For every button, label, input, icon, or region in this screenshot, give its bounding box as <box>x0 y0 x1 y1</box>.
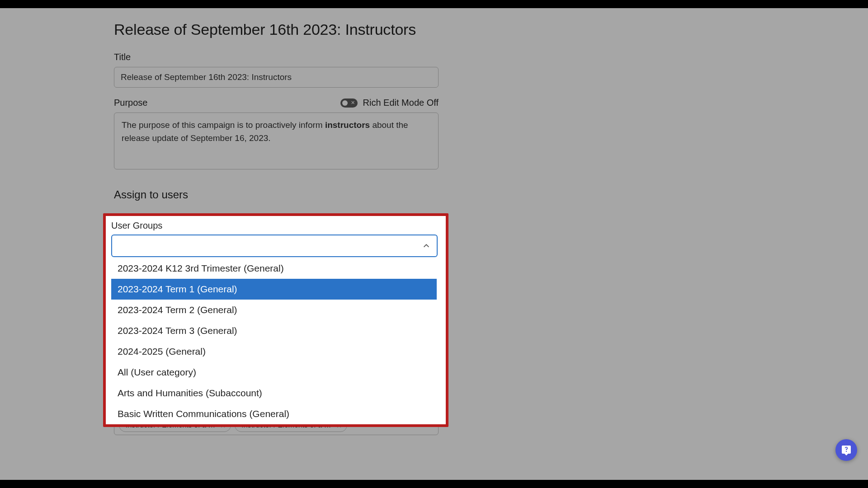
user-group-option[interactable]: All (User category) <box>111 362 437 383</box>
user-group-option[interactable]: 2023-2024 Term 3 (General) <box>111 320 437 341</box>
user-group-option[interactable]: 2023-2024 Term 1 (General) <box>111 279 437 300</box>
rich-edit-label: Rich Edit Mode Off <box>363 98 439 108</box>
title-input[interactable] <box>114 67 439 88</box>
user-groups-options: 2023-2024 K12 3rd Trimester (General) 20… <box>111 258 437 424</box>
user-group-option[interactable]: 2024-2025 (General) <box>111 341 437 362</box>
purpose-text-prefix: The purpose of this campaign is to proac… <box>122 120 325 130</box>
rich-edit-toggle[interactable]: ✕ <box>340 99 358 108</box>
purpose-label: Purpose <box>114 98 148 108</box>
user-groups-panel: User Groups 2023-2024 K12 3rd Trimester … <box>103 213 448 427</box>
page-title: Release of September 16th 2023: Instruct… <box>114 21 439 38</box>
user-group-option[interactable]: Arts and Humanities (Subaccount) <box>111 383 437 404</box>
user-group-option[interactable]: 2023-2024 K12 3rd Trimester (General) <box>111 258 437 279</box>
user-groups-label: User Groups <box>111 221 440 231</box>
title-label: Title <box>114 52 439 62</box>
purpose-textarea[interactable]: The purpose of this campaign is to proac… <box>114 113 439 169</box>
purpose-text-bold: instructors <box>325 120 370 130</box>
user-groups-input[interactable] <box>111 235 438 257</box>
assign-heading: Assign to users <box>114 188 439 201</box>
user-group-option[interactable]: 2023-2024 Term 2 (General) <box>111 300 437 320</box>
user-group-option[interactable]: Basic Written Communications (General) <box>111 404 437 424</box>
help-fab-button[interactable] <box>835 439 857 461</box>
chevron-up-icon[interactable] <box>422 242 430 250</box>
